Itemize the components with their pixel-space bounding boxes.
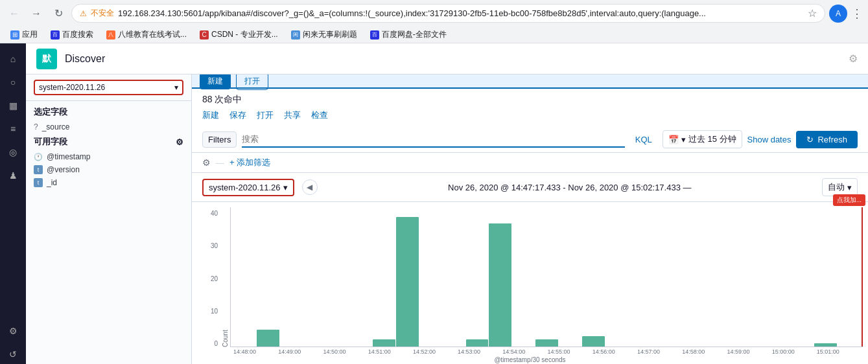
app-header: 默 Discover ⚙: [26, 43, 868, 74]
time-range-label: Nov 26, 2020 @ 14:47:17.433 - Nov 26, 20…: [325, 183, 814, 192]
bookmark-xian[interactable]: 闲 闲来无事刷刷题: [286, 28, 362, 41]
field-type-t-icon: t: [34, 165, 43, 174]
bwjy-icon: 八: [106, 30, 115, 40]
x-label-13: 15:01:00: [817, 348, 839, 355]
filter-gear-icon[interactable]: ⚙: [202, 157, 211, 168]
action-links: 新建 保存 打开 共享 检查: [192, 108, 868, 126]
index-dropdown[interactable]: system-2020.11.26 ▾: [34, 80, 183, 95]
sidebar-item-ml[interactable]: ♟: [3, 165, 23, 186]
bookmark-csdn[interactable]: C CSDN - 专业开发...: [194, 28, 283, 41]
time-picker-chevron-icon: ▾: [681, 135, 686, 144]
chart-inner: 40 30 20 10 0 Count: [192, 207, 868, 364]
prev-time-arrow[interactable]: ◀: [302, 179, 318, 195]
y-label-10: 10: [197, 308, 218, 315]
time-range-dash: —: [683, 183, 692, 192]
chart-bar-13: [535, 339, 558, 347]
action-open[interactable]: 打开: [257, 109, 274, 121]
main-panel: 点我加... 新建 打开 88 次命中 新建 保存 打开 共享 检查: [192, 74, 868, 364]
x-label-6: 14:54:00: [502, 348, 525, 355]
chart-bar-7: [396, 217, 419, 347]
open-button-top[interactable]: 打开: [236, 74, 268, 90]
bookmark-baiduyp-label: 百度网盘-全部文件: [382, 29, 447, 40]
y-label-30: 30: [197, 242, 218, 249]
field-item-source[interactable]: ? _source: [26, 120, 191, 133]
forward-button[interactable]: →: [27, 5, 45, 23]
sidebar-item-sync[interactable]: ↺: [3, 344, 23, 364]
field-type-question-icon: ?: [34, 122, 38, 131]
y-axis-title: Count: [220, 207, 230, 347]
field-name-version: @version: [47, 165, 80, 174]
x-label-4: 14:52:00: [413, 348, 436, 355]
chart-bar-1: [257, 330, 279, 347]
action-save[interactable]: 保存: [229, 109, 246, 121]
add-filter-link[interactable]: + 添加筛选: [229, 157, 270, 168]
apps-icon: ⊞: [10, 30, 19, 40]
refresh-spin-icon: ↻: [806, 135, 814, 144]
action-new[interactable]: 新建: [202, 109, 219, 121]
x-label-11: 14:59:00: [727, 348, 749, 355]
show-dates-link[interactable]: Show dates: [747, 135, 792, 144]
y-axis: 40 30 20 10 0: [197, 207, 220, 347]
x-label-10: 14:58:00: [682, 348, 705, 355]
sidebar-item-apm[interactable]: ⚙: [3, 321, 23, 341]
x-label-9: 14:57:00: [637, 348, 660, 355]
calendar-icon: 📅: [668, 135, 679, 144]
auto-interval-select[interactable]: 自动 ▾: [822, 178, 858, 196]
sidebar-item-canvas[interactable]: ◎: [3, 142, 23, 163]
dropdown-chevron-icon: ▾: [174, 83, 178, 92]
x-label-7: 14:55:00: [548, 348, 570, 355]
red-bubble-tooltip[interactable]: 点我加...: [833, 194, 865, 206]
index-time-row: system-2020.11.26 ▾ ◀ Nov 26, 2020 @ 14:…: [192, 173, 868, 202]
field-type-t-icon-2: t: [34, 178, 43, 187]
filter-label: Filters: [202, 131, 237, 148]
bookmark-xian-label: 闲来无事刷刷题: [303, 29, 357, 40]
address-bar[interactable]: ⚠ 不安全 192.168.234.130:5601/app/kibana#/d…: [71, 4, 825, 23]
back-button[interactable]: ←: [5, 5, 23, 23]
index-selector-main[interactable]: system-2020.11.26 ▾: [202, 179, 294, 196]
browser-chrome: ← → ↻ ⚠ 不安全 192.168.234.130:5601/app/kib…: [0, 0, 868, 43]
sidebar-item-home[interactable]: ⌂: [3, 49, 23, 69]
top-strip: 新建 打开: [192, 74, 868, 89]
x-axis-title: @timestamp/30 seconds: [197, 355, 863, 364]
browser-toolbar: ← → ↻ ⚠ 不安全 192.168.234.130:5601/app/kib…: [0, 0, 868, 27]
field-item-version[interactable]: t @version: [26, 163, 191, 176]
sidebar-item-dashboard[interactable]: ≡: [3, 119, 23, 139]
chart-red-line: [862, 207, 863, 347]
chart-bar-15: [582, 336, 605, 347]
sidebar-item-discover[interactable]: ○: [3, 72, 23, 93]
search-input[interactable]: [242, 134, 624, 144]
bookmark-apps[interactable]: ⊞ 应用: [5, 28, 43, 41]
action-inspect[interactable]: 检查: [311, 109, 328, 121]
index-dropdown-row: system-2020.11.26 ▾: [26, 74, 191, 101]
field-name-source: _source: [42, 122, 70, 131]
index-name: system-2020.11.26: [39, 83, 105, 92]
field-item-id[interactable]: t _id: [26, 176, 191, 189]
browser-menu-button[interactable]: ⋮: [851, 6, 863, 21]
available-fields-settings-icon[interactable]: ⚙: [176, 137, 183, 147]
new-button-top[interactable]: 新建: [200, 74, 231, 89]
security-warning-icon: ⚠: [80, 9, 87, 18]
sidebar-item-visualize[interactable]: ▦: [3, 95, 23, 116]
bookmark-bwjy[interactable]: 八 八维教育在线考试...: [101, 28, 192, 41]
bookmark-baidu[interactable]: 百 百度搜索: [45, 28, 99, 41]
action-share[interactable]: 共享: [284, 109, 301, 121]
app-settings-icon[interactable]: ⚙: [849, 52, 858, 65]
bookmark-baiduyp[interactable]: 百 百度网盘-全部文件: [365, 28, 452, 41]
refresh-label: Refresh: [817, 135, 847, 144]
y-label-40: 40: [197, 210, 218, 217]
search-input-wrapper[interactable]: [242, 131, 624, 148]
index-selector-chevron-icon: ▾: [283, 183, 288, 192]
field-item-timestamp[interactable]: 🕐 @timestamp: [26, 150, 191, 163]
profile-avatar[interactable]: A: [829, 5, 847, 23]
field-name-id: _id: [47, 178, 57, 187]
reload-button[interactable]: ↻: [49, 5, 67, 23]
available-fields-title: 可用字段: [34, 136, 67, 148]
refresh-button[interactable]: ↻ Refresh: [796, 131, 858, 148]
kql-badge[interactable]: KQL: [630, 135, 657, 144]
time-picker[interactable]: 📅 ▾ 过去 15 分钟: [663, 130, 742, 148]
bookmark-star-icon[interactable]: ☆: [808, 7, 817, 19]
x-label-1: 14:49:00: [278, 348, 301, 355]
baidu-icon: 百: [51, 30, 60, 40]
bookmarks-bar: ⊞ 应用 百 百度搜索 八 八维教育在线考试... C CSDN - 专业开发.…: [0, 27, 868, 43]
time-range-text: 过去 15 分钟: [688, 133, 736, 145]
